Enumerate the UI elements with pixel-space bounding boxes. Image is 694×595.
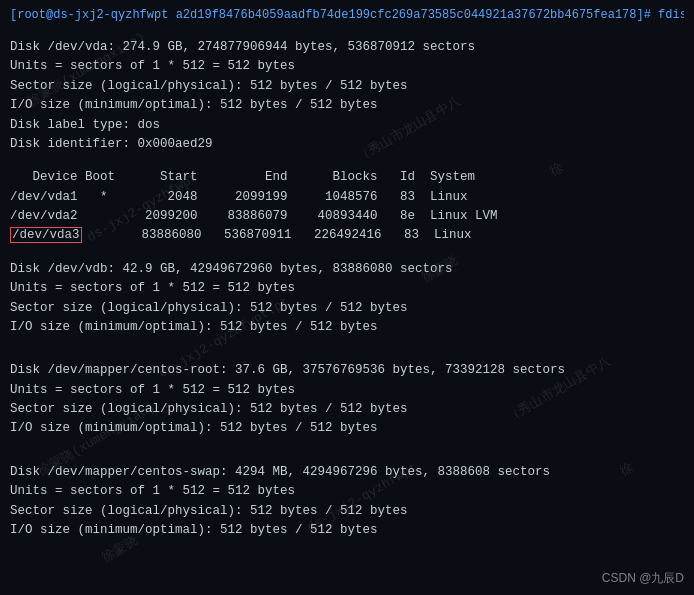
centos-root-io-size: I/O size (minimum/optimal): 512 bytes / … <box>10 419 684 438</box>
centos-swap-section: Disk /dev/mapper/centos-swap: 4294 MB, 4… <box>10 443 684 541</box>
centos-root-units: Units = sectors of 1 * 512 = 512 bytes <box>10 381 684 400</box>
vda2-row: /dev/vda2 2099200 83886079 40893440 8e L… <box>10 207 684 226</box>
vda-disk-info: Disk /dev/vda: 274.9 GB, 274877906944 by… <box>10 38 684 57</box>
vdb-io-size: I/O size (minimum/optimal): 512 bytes / … <box>10 318 684 337</box>
vda-section: Disk /dev/vda: 274.9 GB, 274877906944 by… <box>10 28 684 246</box>
vdb-units: Units = sectors of 1 * 512 = 512 bytes <box>10 279 684 298</box>
prompt-text: [root@ds-jxj2-qyzhfwpt a2d19f8476b4059aa… <box>10 8 684 22</box>
vda-identifier: Disk identifier: 0x000aed29 <box>10 135 684 154</box>
centos-swap-units: Units = sectors of 1 * 512 = 512 bytes <box>10 482 684 501</box>
vda1-row: /dev/vda1 * 2048 2099199 1048576 83 Linu… <box>10 188 684 207</box>
centos-swap-disk-info: Disk /dev/mapper/centos-swap: 4294 MB, 4… <box>10 463 684 482</box>
prompt-line: [root@ds-jxj2-qyzhfwpt a2d19f8476b4059aa… <box>10 8 684 22</box>
vda-units: Units = sectors of 1 * 512 = 512 bytes <box>10 57 684 76</box>
vdb-sector-size: Sector size (logical/physical): 512 byte… <box>10 299 684 318</box>
blank-line <box>10 154 684 164</box>
centos-root-disk-info: Disk /dev/mapper/centos-root: 37.6 GB, 3… <box>10 361 684 380</box>
vdb-section: Disk /dev/vdb: 42.9 GB, 42949672960 byte… <box>10 250 684 338</box>
vdb-disk-info: Disk /dev/vdb: 42.9 GB, 42949672960 byte… <box>10 260 684 279</box>
centos-swap-io-size: I/O size (minimum/optimal): 512 bytes / … <box>10 521 684 540</box>
blank-line <box>10 28 684 38</box>
vda-label-type: Disk label type: dos <box>10 116 684 135</box>
blank-line <box>10 250 684 260</box>
csdn-badge: CSDN @九辰D <box>602 570 684 587</box>
terminal-window: [root@ds-jxj2-qyzhfwpt a2d19f8476b4059aa… <box>0 0 694 595</box>
vda-sector-size: Sector size (logical/physical): 512 byte… <box>10 77 684 96</box>
blank-line <box>10 341 684 351</box>
blank-line <box>10 443 684 453</box>
centos-swap-sector-size: Sector size (logical/physical): 512 byte… <box>10 502 684 521</box>
blank-line <box>10 453 684 463</box>
vda3-highlight-box: /dev/vda3 <box>10 227 82 243</box>
blank-line <box>10 351 684 361</box>
centos-root-sector-size: Sector size (logical/physical): 512 byte… <box>10 400 684 419</box>
partition-table-header: Device Boot Start End Blocks Id System <box>10 168 684 187</box>
vda-io-size: I/O size (minimum/optimal): 512 bytes / … <box>10 96 684 115</box>
vda3-row: /dev/vda3 83886080 536870911 226492416 8… <box>10 226 684 245</box>
centos-root-section: Disk /dev/mapper/centos-root: 37.6 GB, 3… <box>10 341 684 439</box>
